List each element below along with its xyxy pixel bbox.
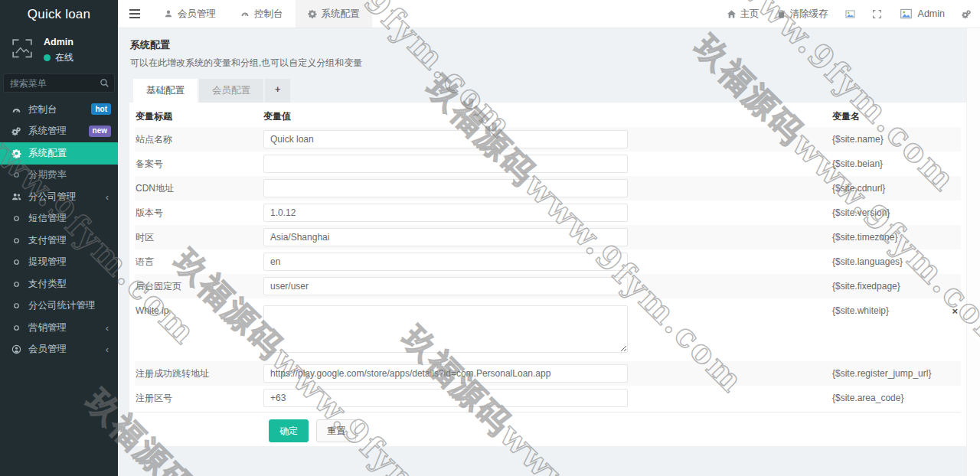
- reset-button[interactable]: 重置: [316, 419, 356, 442]
- online-dot-icon: [44, 54, 51, 61]
- row-label: 站点名称: [135, 133, 263, 146]
- fixed-page-input[interactable]: [263, 277, 628, 295]
- table-header: 变量标题 变量值 变量名: [135, 106, 961, 127]
- cogs-icon: [11, 126, 21, 136]
- cdn-url-input[interactable]: [263, 179, 628, 197]
- main-content: 系统配置 可以在此增改系统的变量和分组,也可以自定义分组和变量 基础配置 会员配…: [118, 28, 966, 476]
- sidebar-item-member-manage[interactable]: 会员管理: [0, 339, 118, 361]
- brand-title: Quick loan: [0, 0, 118, 28]
- white-ip-textarea[interactable]: [263, 305, 628, 353]
- site-name-input[interactable]: [263, 130, 628, 148]
- sidebar-item-system-manage[interactable]: 系统管理 new: [0, 121, 118, 143]
- chevron-left-icon: [106, 344, 109, 354]
- config-tabs: 基础配置 会员配置 +: [133, 79, 966, 103]
- table-row: 备案号 {$site.beian}: [135, 152, 961, 176]
- page-subtitle: 可以在此增改系统的变量和分组,也可以自定义分组和变量: [130, 57, 966, 70]
- user-status-label: 在线: [55, 51, 74, 64]
- tab-basic-config[interactable]: 基础配置: [133, 79, 198, 103]
- table-row: White ip {$site.whiteip}: [135, 298, 961, 361]
- table-row: 后台固定页 {$site.fixedpage}: [135, 274, 961, 298]
- row-label: 版本号: [135, 207, 263, 220]
- circle-icon: [11, 257, 21, 267]
- table-row: CDN地址 {$site.cdnurl}: [135, 176, 961, 201]
- scrollbar[interactable]: [966, 28, 980, 476]
- sidebar-item-label: 支付管理: [28, 234, 67, 247]
- row-label: 注册区号: [135, 392, 263, 405]
- settings-button[interactable]: [953, 0, 980, 28]
- sidebar-item-payment-manage[interactable]: 支付管理: [0, 230, 118, 252]
- circle-icon: [11, 279, 21, 289]
- sidebar-item-label: 分期费率: [28, 168, 67, 181]
- top-tab-label: 系统配置: [322, 8, 360, 21]
- home-button[interactable]: 主页: [718, 0, 768, 28]
- variable-name: {$site.fixedpage}: [832, 281, 900, 292]
- search-icon: [100, 78, 109, 88]
- tachometer-icon: [11, 105, 21, 115]
- sidebar-item-withdraw-manage[interactable]: 提现管理: [0, 252, 118, 274]
- user-panel: Admin 在线: [0, 28, 118, 70]
- variable-name: {$site.whiteip}: [832, 305, 889, 316]
- circle-icon: [11, 236, 21, 246]
- register-jump-url-input[interactable]: [263, 364, 628, 383]
- user-menu[interactable]: Admin: [890, 0, 953, 28]
- variable-name: {$site.version}: [832, 207, 890, 218]
- confirm-button[interactable]: 确定: [269, 419, 309, 442]
- table-row: 站点名称 {$site.name}: [135, 127, 961, 152]
- sidebar-item-dashboard[interactable]: 控制台 hot: [0, 99, 118, 121]
- tab-member-config[interactable]: 会员配置: [199, 79, 263, 103]
- area-code-input[interactable]: [263, 389, 628, 407]
- menu-toggle-button[interactable]: [118, 0, 152, 28]
- sidebar-search: [3, 73, 115, 93]
- sidebar-item-label: 分公司管理: [28, 191, 77, 204]
- circle-icon: [11, 323, 21, 333]
- header-var-value: 变量值: [263, 110, 826, 123]
- chevron-left-icon: [106, 192, 109, 202]
- user-circle-icon: [11, 344, 21, 354]
- row-label: 语言: [135, 256, 263, 269]
- sidebar-item-sms-manage[interactable]: 短信管理: [0, 208, 118, 230]
- sidebar-item-system-config[interactable]: 系统配置: [0, 142, 118, 165]
- sidebar-item-marketing-manage[interactable]: 营销管理: [0, 317, 118, 339]
- beian-input[interactable]: [263, 155, 628, 173]
- version-input[interactable]: [263, 204, 628, 222]
- home-icon: [727, 9, 737, 19]
- top-tab-dashboard[interactable]: 控制台: [228, 0, 296, 28]
- chevron-left-icon: [106, 323, 109, 333]
- sidebar-item-installment-rate[interactable]: 分期费率: [0, 165, 118, 187]
- clear-cache-button[interactable]: 清除缓存: [768, 0, 837, 28]
- sidebar-item-payment-type[interactable]: 支付类型: [0, 273, 118, 295]
- module-button[interactable]: [837, 0, 864, 28]
- trash-icon: [776, 9, 786, 19]
- avatar-icon: [899, 8, 913, 20]
- tab-add-button[interactable]: +: [265, 79, 290, 103]
- user-name: Admin: [44, 37, 74, 47]
- table-row: 时区 {$site.timezone}: [135, 225, 961, 249]
- sidebar-item-label: 短信管理: [28, 212, 67, 225]
- gear-icon: [308, 9, 317, 18]
- fullscreen-button[interactable]: [864, 0, 890, 28]
- sidebar-menu: 控制台 hot 系统管理 new 系统配置 分期费率 分公司管理 短信管理 支付…: [0, 99, 118, 360]
- variable-name: {$site.register_jump_url}: [832, 368, 931, 379]
- sidebar: Quick loan Admin 在线 控制台 hot 系统管理 new 系统配…: [0, 0, 118, 476]
- top-tab-system-config[interactable]: 系统配置: [296, 0, 372, 28]
- sidebar-item-branch-manage[interactable]: 分公司管理: [0, 186, 118, 208]
- table-body: 站点名称 {$site.name} 备案号 {$site.beian} CDN地…: [135, 127, 961, 410]
- table-row: 语言 {$site.languages}: [135, 249, 961, 274]
- search-input[interactable]: [3, 73, 115, 93]
- variable-name: {$site.name}: [832, 134, 884, 145]
- user-icon: [164, 9, 173, 18]
- timezone-input[interactable]: [263, 228, 628, 246]
- cogs-icon: [962, 9, 972, 19]
- page-title: 系统配置: [130, 38, 966, 52]
- language-input[interactable]: [263, 253, 628, 271]
- row-label: 备案号: [135, 158, 263, 171]
- topbar: 会员管理 控制台 系统配置 主页 清除缓存 Admin: [118, 0, 980, 28]
- topbar-user-name: Admin: [918, 8, 945, 19]
- submit-row: 确定 重置: [135, 412, 961, 442]
- delete-row-icon[interactable]: [952, 306, 958, 316]
- page-header: 系统配置 可以在此增改系统的变量和分组,也可以自定义分组和变量: [118, 28, 966, 70]
- variable-name: {$site.timezone}: [832, 232, 897, 243]
- expand-icon: [872, 9, 882, 19]
- sidebar-item-branch-stats[interactable]: 分公司统计管理: [0, 295, 118, 318]
- top-tab-member-manage[interactable]: 会员管理: [152, 0, 228, 28]
